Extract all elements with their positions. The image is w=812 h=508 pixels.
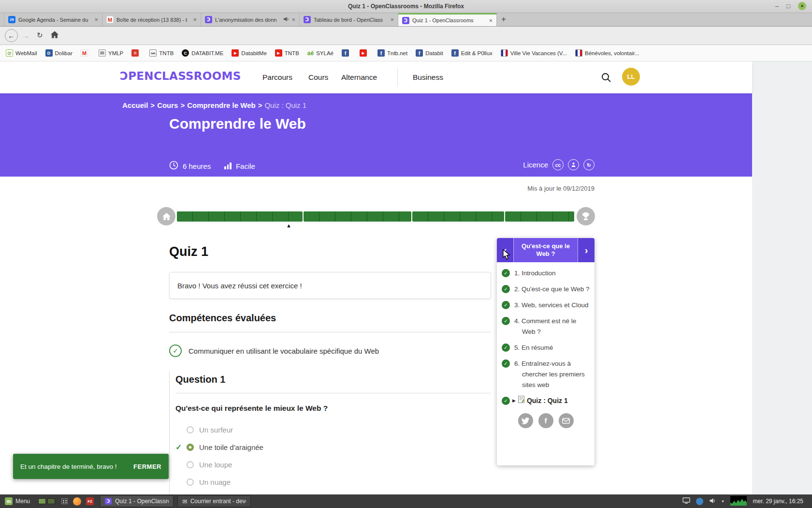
mail-icon: ✉ [182, 498, 187, 505]
show-desktop-icon[interactable] [61, 498, 68, 504]
tab-anonymisation[interactable]: Ɔ L'anonymisation des donn × [201, 13, 300, 26]
answer-option[interactable]: ✓ Un nuage [175, 473, 491, 491]
workspace-1[interactable] [38, 498, 46, 504]
clock-icon [169, 161, 178, 171]
mouse-cursor [503, 249, 511, 263]
bookmark-youtube[interactable]: ▶ [360, 49, 369, 57]
volume-icon[interactable] [709, 498, 715, 505]
tab-dashboard[interactable]: Ɔ Tableau de bord - OpenClass × [300, 13, 398, 26]
minimize-icon[interactable]: – [775, 2, 779, 10]
nav-parcours[interactable]: Parcours [262, 73, 292, 82]
bookmark-tntb-net[interactable]: fTntb.net [377, 49, 407, 57]
avatar[interactable]: LL [622, 68, 640, 86]
bookmark-databit-me[interactable]: CDATABIT.ME [182, 49, 223, 57]
taskbar-window-quiz[interactable]: Ɔ Quiz 1 - OpenClassroo... [100, 495, 174, 507]
progress-part-4[interactable] [505, 211, 574, 222]
progress-part-3[interactable] [412, 211, 504, 222]
radio-button[interactable] [187, 478, 194, 486]
forward-button[interactable]: → [22, 31, 29, 40]
workspace-2[interactable] [47, 498, 55, 504]
back-button[interactable]: ← [5, 29, 18, 42]
reload-button[interactable]: ↻ [37, 31, 43, 40]
bookmark-benevoles[interactable]: Bénévoles, volontair... [575, 49, 639, 57]
bookmark-sylae[interactable]: aéSYLAé [307, 49, 334, 57]
tab-close-icon[interactable]: × [390, 16, 394, 23]
bookmark-dolibar[interactable]: DDolibar [45, 49, 72, 57]
tab-close-icon[interactable]: × [291, 16, 295, 23]
taskbar-window-mail[interactable]: ✉ Courrier entrant - deve... [177, 495, 251, 507]
firefox-launcher-icon[interactable] [73, 497, 81, 506]
breadcrumb-course[interactable]: Comprendre le Web [187, 101, 255, 109]
tab-audio-icon[interactable] [283, 16, 289, 23]
tab-close-icon[interactable]: × [489, 17, 493, 24]
update-manager-icon[interactable] [696, 498, 703, 505]
bookmark-tntb-yt[interactable]: ▶TNTB [275, 49, 299, 57]
nav-business[interactable]: Business [413, 73, 443, 82]
chapter-item[interactable]: ✓ 2. Qu'est-ce que le Web ? [502, 284, 590, 295]
window-titlebar: Quiz 1 - OpenClassrooms - Mozilla Firefo… [0, 0, 812, 13]
answer-option[interactable]: ✓ Une loupe [175, 456, 491, 473]
bookmark-tntb[interactable]: tabTNTB [149, 49, 174, 57]
new-tab-button[interactable]: + [497, 13, 510, 26]
radio-button[interactable] [187, 444, 194, 451]
nav-alternance[interactable]: Alternance [341, 73, 377, 82]
progress-part-1[interactable] [177, 211, 303, 222]
progress-trophy-icon[interactable] [577, 207, 595, 225]
answer-option-selected[interactable]: ✓ Une toile d'araignée [175, 438, 491, 456]
tab-google-agenda[interactable]: 29 Google Agenda - Semaine du × [4, 13, 102, 26]
home-button[interactable] [50, 30, 59, 41]
breadcrumb: Accueil>Cours>Comprendre le Web>Quiz : Q… [122, 101, 306, 109]
answer-option[interactable]: ✓ Un surfeur [175, 421, 491, 438]
difficulty-bars-icon [224, 163, 232, 169]
bookmark-facebook[interactable]: f [342, 49, 351, 57]
filezilla-icon[interactable]: FZ [86, 497, 94, 505]
breadcrumb-cours[interactable]: Cours [157, 101, 178, 109]
network-graph-icon[interactable] [730, 496, 747, 507]
radio-button[interactable] [187, 426, 194, 433]
tab-close-icon[interactable]: × [193, 16, 197, 23]
tray-chevron-icon[interactable]: ▼ [721, 499, 725, 504]
openclassrooms-logo[interactable]: ƆPENCLASSROOMS [120, 70, 241, 82]
cc-attribution-icon[interactable] [568, 159, 579, 170]
bookmark-databit-fb[interactable]: fDatabit [416, 49, 443, 57]
bookmark-ymlp[interactable]: ✉YMLP [99, 49, 123, 57]
toast-close-button[interactable]: FERMER [133, 463, 161, 470]
bookmark-edit-pollux[interactable]: fEdit & P0llux [451, 49, 493, 57]
twitter-icon[interactable] [518, 413, 533, 428]
restore-icon[interactable]: □ [786, 2, 790, 10]
close-icon[interactable]: × [798, 2, 806, 10]
tab-close-icon[interactable]: × [94, 16, 98, 23]
chapter-item[interactable]: ✓ 6. Entraînez-vous à chercher les premi… [502, 359, 590, 390]
bookmark-red[interactable]: ≡ [131, 49, 141, 57]
chapter-item[interactable]: ✓ 4. Comment est né le Web ? [502, 316, 590, 337]
next-chapter-button[interactable]: › [578, 238, 594, 262]
bookmark-databitme-yt[interactable]: ▶DatabitMe [232, 49, 266, 57]
bookmark-webmail[interactable]: @WebMail [6, 49, 37, 57]
bookmark-gmail[interactable]: M [81, 49, 90, 57]
tab-quiz-active[interactable]: Ɔ Quiz 1 - OpenClassrooms × [398, 13, 497, 26]
cc-icon[interactable]: cc [552, 159, 564, 170]
progress-home-icon[interactable] [157, 207, 175, 225]
email-icon[interactable] [559, 413, 574, 428]
taskbar: m Menu FZ Ɔ Quiz 1 - OpenClassroo... ✉ C… [0, 494, 812, 508]
tab-inbox[interactable]: M Boîte de réception (13 838) - t × [102, 13, 201, 26]
progress-part-2[interactable] [304, 211, 411, 222]
nav-cours[interactable]: Cours [308, 73, 328, 82]
radio-button[interactable] [187, 461, 194, 468]
workspace-switcher[interactable] [38, 498, 55, 504]
bookmark-vvv[interactable]: Ville Vie Vacances (V... [501, 49, 567, 57]
facebook-icon[interactable]: f [538, 413, 553, 428]
cc-sharealike-icon[interactable]: ↻ [583, 159, 594, 170]
display-tray-icon[interactable] [682, 497, 690, 505]
chapter-item[interactable]: ✓ 3. Web, services et Cloud [502, 300, 590, 311]
chapter-item-quiz-current[interactable]: ✓ ▶ Quiz : Quiz 1 [502, 396, 590, 405]
databit-icon: C [182, 49, 189, 57]
openclassrooms-icon: Ɔ [205, 16, 212, 23]
clock[interactable]: mer. 29 janv., 16:25 [753, 498, 803, 505]
chapter-item[interactable]: ✓ 1. Introduction [502, 268, 590, 279]
france-flag-icon [575, 49, 582, 57]
taskbar-menu-button[interactable]: m Menu [0, 494, 35, 508]
search-icon[interactable] [601, 73, 611, 84]
chapter-item[interactable]: ✓ 5. En résumé [502, 343, 590, 353]
breadcrumb-accueil[interactable]: Accueil [122, 101, 148, 109]
